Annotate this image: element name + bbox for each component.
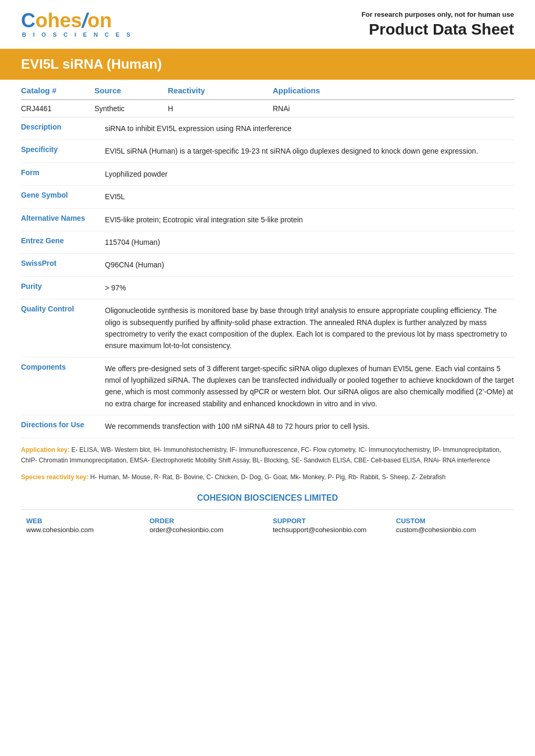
info-row-directions: Directions for Use We recommends transfe… [21, 415, 514, 438]
value-quality-control: Oligonucleotide synthesis is monitored b… [105, 305, 514, 352]
catalog-value: CRJ4461 [21, 104, 94, 113]
info-row-entrez: Entrez Gene 115704 (Human) [21, 231, 514, 254]
species-key-section: Species reactivity key: H- Human, M- Mou… [21, 472, 514, 482]
product-title: EVI5L siRNA (Human) [21, 56, 514, 72]
info-row-alt-names: Alternative Names EVI5-like protein; Eco… [21, 209, 514, 231]
footer-col-order: ORDER order@cohesionbio.com [144, 514, 268, 537]
logo-c-letter: C [21, 10, 35, 30]
label-entrez: Entrez Gene [21, 236, 105, 245]
info-row-gene-symbol: Gene Symbol EVI5L [21, 186, 514, 208]
applications-value: RNAi [273, 104, 514, 113]
value-purity: > 97% [105, 282, 514, 294]
footer-support-value[interactable]: techsupport@cohesionbio.com [273, 526, 386, 534]
product-data-row: CRJ4461 Synthetic H RNAi [21, 100, 514, 117]
logo: Cohes/on [21, 10, 112, 30]
info-row-specificity: Specificity EVI5L siRNA (Human) is a tar… [21, 140, 514, 163]
footer-support-label: SUPPORT [273, 517, 386, 525]
value-entrez: 115704 (Human) [105, 236, 514, 248]
label-directions: Directions for Use [21, 420, 105, 429]
label-components: Components [21, 363, 105, 371]
footer-col-custom: CUSTOM custom@cohesionbio.com [391, 514, 514, 537]
value-components: We offers pre-designed sets of 3 differe… [105, 363, 514, 410]
info-row-components: Components We offers pre-designed sets o… [21, 358, 514, 416]
label-swissprot: SwissProt [21, 259, 105, 267]
value-gene-symbol: EVI5L [105, 191, 514, 202]
footer-custom-value[interactable]: custom@cohesionbio.com [396, 526, 509, 534]
reactivity-header: Reactivity [168, 86, 273, 95]
info-row-swissprot: SwissProt Q96CN4 (Human) [21, 254, 514, 276]
footer-company-name: COHESION BIOSCIENCES LIMITED [21, 493, 514, 503]
biosciences-label: B I O S C I E N C E S [22, 31, 133, 38]
app-key-label: Application key: [21, 446, 70, 453]
info-row-form: Form Lyophilized powder [21, 163, 514, 186]
for-research-text: For research purposes only, not for huma… [361, 10, 514, 18]
app-key-text: E- ELISA, WB- Western blot, IH- Immunohi… [21, 446, 501, 464]
header-right: For research purposes only, not for huma… [361, 10, 514, 38]
value-alt-names: EVI5-like protein; Ecotropic viral integ… [105, 214, 514, 225]
footer-order-label: ORDER [149, 517, 262, 525]
value-form: Lyophilized powder [105, 168, 514, 180]
catalog-header: Catalog # [21, 86, 94, 95]
logo-slash-icon: / [82, 10, 88, 30]
column-headers: Catalog # Source Reactivity Applications [21, 80, 514, 100]
product-data-sheet-title: Product Data Sheet [361, 20, 514, 38]
logo-ohes: ohes [35, 10, 82, 30]
footer-web-value[interactable]: www.cohesionbio.com [26, 526, 139, 534]
footer-col-web: WEB www.cohesionbio.com [21, 514, 144, 537]
value-swissprot: Q96CN4 (Human) [105, 259, 514, 271]
label-gene-symbol: Gene Symbol [21, 191, 105, 199]
info-row-quality-control: Quality Control Oligonucleotide synthesi… [21, 299, 514, 358]
label-quality-control: Quality Control [21, 305, 105, 313]
species-key-text: H- Human, M- Mouse, R- Rat, B- Bovine, C… [90, 473, 445, 481]
main-content: Catalog # Source Reactivity Applications… [0, 80, 535, 547]
title-banner: EVI5L siRNA (Human) [0, 49, 535, 80]
value-description: siRNA to inhibit EVI5L expression using … [105, 123, 514, 134]
label-alt-names: Alternative Names [21, 214, 105, 222]
footer-links: WEB www.cohesionbio.com ORDER order@cohe… [21, 509, 514, 537]
footer-custom-label: CUSTOM [396, 517, 509, 525]
source-value: Synthetic [94, 104, 168, 113]
species-key-label: Species reactivity key: [21, 473, 89, 481]
footer-order-value[interactable]: order@cohesionbio.com [149, 526, 262, 534]
value-directions: We recommends transfection with 100 nM s… [105, 420, 514, 432]
page-header: Cohes/on B I O S C I E N C E S For resea… [0, 0, 535, 44]
value-specificity: EVI5L siRNA (Human) is a target-specific… [105, 145, 514, 157]
logo-ion: on [88, 10, 112, 30]
logo-area: Cohes/on B I O S C I E N C E S [21, 10, 133, 38]
footer-web-label: WEB [26, 517, 139, 525]
label-description: Description [21, 123, 105, 131]
label-specificity: Specificity [21, 145, 105, 154]
label-purity: Purity [21, 282, 105, 290]
applications-header: Applications [273, 86, 514, 95]
application-key-section: Application key: E- ELISA, WB- Western b… [21, 445, 514, 466]
info-row-purity: Purity > 97% [21, 277, 514, 299]
source-header: Source [94, 86, 168, 95]
info-row-description: Description siRNA to inhibit EVI5L expre… [21, 117, 514, 140]
label-form: Form [21, 168, 105, 177]
reactivity-value: H [168, 104, 273, 113]
footer-col-support: SUPPORT techsupport@cohesionbio.com [268, 514, 391, 537]
